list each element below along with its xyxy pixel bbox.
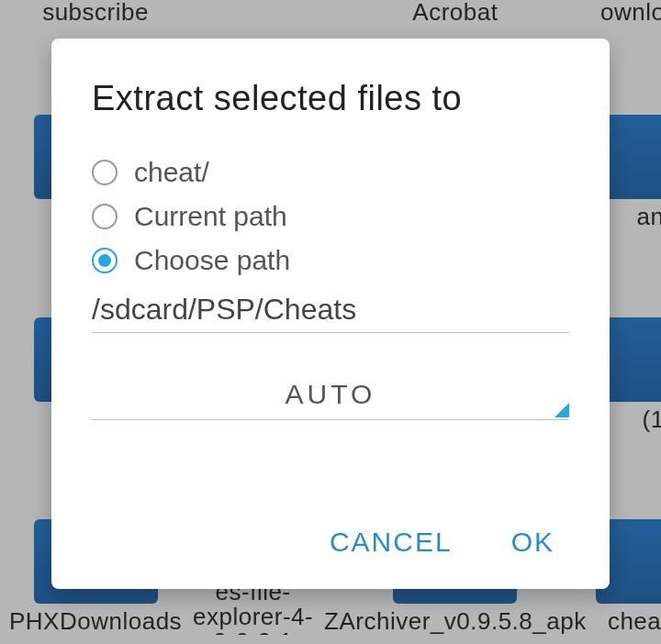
extract-dialog: Extract selected files to cheat/ Current…	[51, 39, 610, 589]
radio-icon	[92, 160, 118, 185]
radio-option-current-path[interactable]: Current path	[92, 201, 569, 232]
ok-button[interactable]: OK	[508, 521, 558, 563]
radio-option-archive-folder[interactable]: cheat/	[92, 157, 569, 188]
chevron-down-icon	[555, 403, 569, 417]
radio-label: Current path	[134, 201, 287, 232]
destination-path-input[interactable]	[92, 289, 569, 333]
dialog-title: Extract selected files to	[92, 79, 569, 118]
dialog-actions: CANCEL OK	[92, 521, 569, 571]
cancel-button[interactable]: CANCEL	[326, 521, 456, 563]
destination-radio-group: cheat/ Current path Choose path	[92, 157, 569, 276]
dropdown-selected-value: AUTO	[286, 379, 376, 409]
radio-option-choose-path[interactable]: Choose path	[92, 245, 569, 276]
encoding-dropdown[interactable]: AUTO	[92, 373, 569, 420]
radio-icon	[92, 204, 118, 229]
radio-icon	[92, 248, 118, 273]
radio-label: Choose path	[134, 245, 290, 276]
radio-label: cheat/	[134, 157, 209, 188]
